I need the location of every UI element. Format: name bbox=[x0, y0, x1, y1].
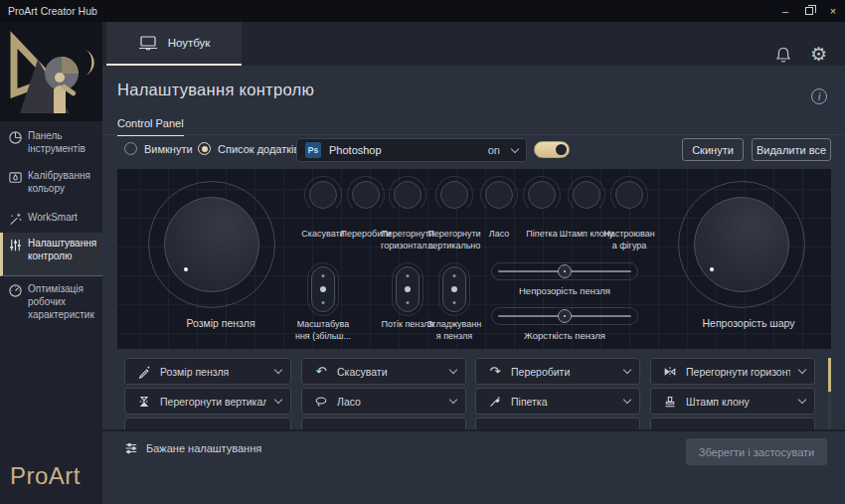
mapping-label: Піпетка bbox=[511, 396, 615, 408]
left-dial-indicator bbox=[184, 267, 188, 271]
mapping-dropdown-partial[interactable] bbox=[475, 418, 640, 429]
redo-dial-button[interactable] bbox=[352, 181, 380, 209]
mapping-label: Скасувати bbox=[337, 366, 441, 378]
dial-preview-panel: Розмір пензля Скасувати Переробити Перег… bbox=[117, 169, 831, 349]
sidebar-item-color-calibration[interactable]: Калібрування кольору bbox=[0, 165, 102, 199]
reset-button[interactable]: Скинути bbox=[682, 138, 744, 161]
lasso-dial-button[interactable] bbox=[485, 181, 513, 209]
sidebar-item-control-settings[interactable]: Налаштування контролю bbox=[0, 233, 102, 276]
clone-stamp-dial-button[interactable] bbox=[573, 181, 600, 209]
chevron-down-icon bbox=[511, 144, 519, 152]
gear-icon: ⚙ bbox=[810, 44, 827, 65]
layer-opacity-dial[interactable] bbox=[694, 197, 789, 292]
flip-horizontal-dial-button[interactable] bbox=[394, 181, 422, 209]
mapping-label: Перегорнути вертикально bbox=[160, 396, 266, 408]
close-button[interactable]: × bbox=[821, 0, 845, 22]
sidebar-item-label: Панель інструментів bbox=[28, 129, 96, 155]
proart-artwork bbox=[0, 22, 102, 121]
mapping-dropdown-undo[interactable]: ↶ Скасувати bbox=[301, 358, 466, 385]
mapping-dropdown-partial[interactable] bbox=[124, 418, 291, 429]
tab-laptop[interactable]: Ноутбук bbox=[106, 22, 242, 66]
app-select-dropdown[interactable]: Ps Photoshop on bbox=[296, 138, 527, 162]
scrollbar-thumb[interactable] bbox=[828, 358, 831, 392]
sidebar-item-worksmart[interactable]: WorkSmart bbox=[0, 207, 102, 231]
eyedropper-icon bbox=[488, 395, 502, 409]
zoom-slider-label: Масштабува ння (збільш... bbox=[286, 318, 360, 342]
chevron-down-icon bbox=[449, 366, 457, 374]
sidebar-item-dashboard[interactable]: Панель інструментів bbox=[0, 125, 102, 159]
mapping-dropdown-flip-horizontal[interactable]: Перегорнути горизонтально bbox=[650, 358, 815, 385]
mapping-dropdown-redo[interactable]: ↷ Переробити bbox=[475, 358, 640, 385]
radio-app-list-label: Список додатків bbox=[218, 143, 299, 155]
bell-icon bbox=[774, 46, 792, 65]
chevron-down-icon bbox=[449, 396, 457, 404]
redo-icon: ↷ bbox=[488, 365, 502, 378]
titlebar: ProArt Creator Hub – × bbox=[0, 0, 845, 22]
radio-disable[interactable]: Вимкнути bbox=[124, 142, 193, 155]
eyedropper-dial-button[interactable] bbox=[528, 181, 556, 209]
radio-disable-label: Вимкнути bbox=[144, 143, 193, 155]
sidebar-item-performance-optimization[interactable]: Оптимізація робочих характеристик bbox=[0, 278, 102, 325]
preferences-sliders-icon bbox=[124, 441, 138, 455]
zoom-slider[interactable] bbox=[311, 266, 335, 312]
brush-smoothing-slider[interactable] bbox=[442, 266, 466, 312]
app-enable-toggle[interactable] bbox=[534, 141, 570, 158]
mapping-label: Ласо bbox=[337, 396, 441, 408]
content-divider bbox=[102, 429, 845, 431]
mapping-dropdown-clone-stamp[interactable]: Штамп клону bbox=[650, 388, 815, 415]
custom-shape-dial-button[interactable] bbox=[615, 181, 643, 209]
sidebar: Панель інструментів Калібрування кольору… bbox=[0, 22, 102, 504]
chevron-down-icon bbox=[274, 396, 282, 404]
left-dial-label: Розмір пензля bbox=[151, 317, 290, 329]
mapping-dropdown-eyedropper[interactable]: Піпетка bbox=[475, 388, 640, 415]
flip-vertical-icon bbox=[137, 395, 151, 409]
mapping-dropdown-partial[interactable] bbox=[650, 418, 815, 429]
page-title: Налаштування контролю bbox=[117, 81, 314, 99]
laptop-icon bbox=[138, 36, 158, 51]
brush-hardness-slider[interactable] bbox=[491, 307, 638, 325]
mapping-dropdown-grid: Розмір пензля ↶ Скасувати ↷ Переробити П… bbox=[102, 358, 845, 429]
brush-opacity-slider[interactable] bbox=[491, 262, 638, 280]
brush-opacity-label: Непрозорість пензля bbox=[491, 285, 638, 296]
gauge-icon bbox=[8, 283, 23, 298]
chevron-down-icon bbox=[623, 366, 631, 374]
photoshop-icon: Ps bbox=[305, 142, 321, 158]
mapping-dropdown-flip-vertical[interactable]: Перегорнути вертикально bbox=[124, 388, 291, 415]
mapping-dropdown-partial[interactable] bbox=[301, 418, 466, 429]
brush-size-dial[interactable] bbox=[164, 197, 259, 292]
restore-button[interactable] bbox=[797, 0, 821, 22]
lasso-icon bbox=[314, 395, 328, 409]
chevron-down-icon bbox=[274, 366, 282, 374]
brush-flow-slider[interactable] bbox=[396, 266, 420, 312]
brush-hardness-label: Жорсткість пензля bbox=[491, 330, 638, 341]
brush-opacity-knob[interactable] bbox=[558, 264, 572, 278]
delete-all-button[interactable]: Видалити все bbox=[752, 138, 831, 161]
proart-logo: ProArt bbox=[10, 462, 81, 490]
main-area: Ноутбук ⚙ Налаштування контролю i Contro… bbox=[102, 22, 845, 504]
minimize-button[interactable]: – bbox=[773, 0, 797, 22]
chevron-down-icon bbox=[623, 396, 631, 404]
save-apply-button[interactable]: Зберегти і застосувати bbox=[686, 438, 827, 465]
radio-app-list[interactable]: Список додатків bbox=[198, 142, 299, 155]
chevron-down-icon bbox=[798, 396, 806, 404]
undo-icon: ↶ bbox=[314, 365, 328, 378]
app-name: Photoshop bbox=[329, 144, 480, 156]
control-settings-icon bbox=[8, 238, 23, 252]
brush-hardness-knob[interactable] bbox=[558, 309, 572, 323]
device-tab-label: Ноутбук bbox=[168, 37, 211, 49]
info-icon[interactable]: i bbox=[811, 88, 827, 104]
header-divider bbox=[102, 134, 845, 135]
mapping-dropdown-brush-size[interactable]: Розмір пензля bbox=[124, 358, 291, 385]
scrollbar[interactable] bbox=[828, 358, 831, 429]
notifications-button[interactable] bbox=[774, 46, 792, 69]
brush-icon bbox=[137, 365, 151, 379]
preferred-settings-button[interactable]: Бажане налаштування bbox=[124, 441, 261, 455]
undo-dial-button[interactable] bbox=[309, 181, 337, 209]
settings-button[interactable]: ⚙ bbox=[810, 43, 827, 66]
brush-smoothing-label: Згладжуванн я пензля bbox=[418, 318, 491, 342]
mapping-label: Переробити bbox=[511, 366, 615, 378]
flip-vertical-dial-button[interactable] bbox=[440, 181, 468, 209]
mapping-label: Перегорнути горизонтально bbox=[686, 366, 790, 378]
color-calibration-icon bbox=[8, 170, 23, 185]
mapping-dropdown-lasso[interactable]: Ласо bbox=[301, 388, 466, 415]
